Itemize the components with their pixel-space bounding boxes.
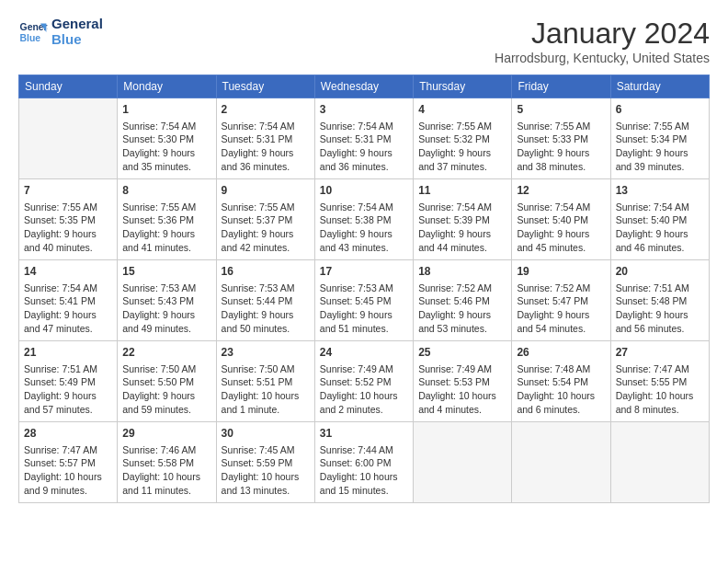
calendar-day-cell: 11Sunrise: 7:54 AM Sunset: 5:39 PM Dayli… bbox=[414, 179, 512, 260]
day-number: 16 bbox=[222, 264, 310, 280]
calendar-day-cell: 20Sunrise: 7:51 AM Sunset: 5:48 PM Dayli… bbox=[610, 260, 709, 341]
day-number: 17 bbox=[320, 264, 408, 280]
calendar-week-row: 7Sunrise: 7:55 AM Sunset: 5:35 PM Daylig… bbox=[19, 179, 710, 260]
day-number: 1 bbox=[122, 102, 210, 118]
day-number: 24 bbox=[320, 345, 408, 361]
calendar-day-cell: 23Sunrise: 7:50 AM Sunset: 5:51 PM Dayli… bbox=[216, 341, 314, 422]
calendar-day-cell: 14Sunrise: 7:54 AM Sunset: 5:41 PM Dayli… bbox=[19, 260, 118, 341]
calendar-body: 1Sunrise: 7:54 AM Sunset: 5:30 PM Daylig… bbox=[19, 98, 710, 503]
day-info: Sunrise: 7:54 AM Sunset: 5:41 PM Dayligh… bbox=[24, 282, 112, 336]
calendar-day-header: Tuesday bbox=[216, 75, 314, 98]
day-info: Sunrise: 7:53 AM Sunset: 5:45 PM Dayligh… bbox=[320, 282, 408, 336]
day-info: Sunrise: 7:54 AM Sunset: 5:39 PM Dayligh… bbox=[418, 201, 506, 255]
day-info: Sunrise: 7:55 AM Sunset: 5:32 PM Dayligh… bbox=[418, 120, 506, 174]
calendar-day-cell: 2Sunrise: 7:54 AM Sunset: 5:31 PM Daylig… bbox=[216, 98, 314, 179]
calendar-day-cell: 10Sunrise: 7:54 AM Sunset: 5:38 PM Dayli… bbox=[314, 179, 413, 260]
calendar-day-cell: 7Sunrise: 7:55 AM Sunset: 5:35 PM Daylig… bbox=[19, 179, 118, 260]
day-number: 8 bbox=[122, 183, 210, 199]
day-info: Sunrise: 7:52 AM Sunset: 5:46 PM Dayligh… bbox=[418, 282, 506, 336]
calendar-day-cell: 18Sunrise: 7:52 AM Sunset: 5:46 PM Dayli… bbox=[414, 260, 512, 341]
calendar-week-row: 14Sunrise: 7:54 AM Sunset: 5:41 PM Dayli… bbox=[19, 260, 710, 341]
calendar-day-cell: 30Sunrise: 7:45 AM Sunset: 5:59 PM Dayli… bbox=[216, 422, 314, 503]
day-info: Sunrise: 7:44 AM Sunset: 6:00 PM Dayligh… bbox=[320, 443, 408, 498]
day-number: 3 bbox=[320, 102, 408, 118]
calendar-day-cell: 21Sunrise: 7:51 AM Sunset: 5:49 PM Dayli… bbox=[19, 341, 118, 422]
day-info: Sunrise: 7:46 AM Sunset: 5:58 PM Dayligh… bbox=[122, 443, 210, 498]
day-info: Sunrise: 7:45 AM Sunset: 5:59 PM Dayligh… bbox=[222, 443, 310, 498]
calendar-day-cell: 1Sunrise: 7:54 AM Sunset: 5:30 PM Daylig… bbox=[118, 98, 216, 179]
calendar-day-cell: 15Sunrise: 7:53 AM Sunset: 5:43 PM Dayli… bbox=[118, 260, 216, 341]
day-number: 18 bbox=[418, 264, 506, 280]
calendar-day-cell: 22Sunrise: 7:50 AM Sunset: 5:50 PM Dayli… bbox=[118, 341, 216, 422]
day-number: 14 bbox=[24, 264, 112, 280]
title-block: January 2024 Harrodsburg, Kentucky, Unit… bbox=[495, 17, 710, 65]
calendar-day-header: Thursday bbox=[414, 75, 512, 98]
calendar-day-cell bbox=[414, 422, 512, 503]
calendar-day-cell: 12Sunrise: 7:54 AM Sunset: 5:40 PM Dayli… bbox=[512, 179, 610, 260]
calendar-day-cell: 13Sunrise: 7:54 AM Sunset: 5:40 PM Dayli… bbox=[610, 179, 709, 260]
calendar-day-header: Saturday bbox=[610, 75, 709, 98]
calendar-day-cell: 29Sunrise: 7:46 AM Sunset: 5:58 PM Dayli… bbox=[118, 422, 216, 503]
day-info: Sunrise: 7:55 AM Sunset: 5:37 PM Dayligh… bbox=[222, 201, 310, 255]
logo-general: General bbox=[51, 17, 103, 32]
day-number: 12 bbox=[517, 183, 605, 199]
logo: General Blue General Blue bbox=[18, 17, 103, 47]
calendar-week-row: 21Sunrise: 7:51 AM Sunset: 5:49 PM Dayli… bbox=[19, 341, 710, 422]
calendar-day-cell: 27Sunrise: 7:47 AM Sunset: 5:55 PM Dayli… bbox=[610, 341, 709, 422]
calendar-day-cell: 24Sunrise: 7:49 AM Sunset: 5:52 PM Dayli… bbox=[314, 341, 413, 422]
day-info: Sunrise: 7:53 AM Sunset: 5:43 PM Dayligh… bbox=[122, 282, 210, 336]
calendar-week-row: 28Sunrise: 7:47 AM Sunset: 5:57 PM Dayli… bbox=[19, 422, 710, 503]
day-info: Sunrise: 7:47 AM Sunset: 5:55 PM Dayligh… bbox=[616, 362, 704, 417]
calendar-day-cell: 16Sunrise: 7:53 AM Sunset: 5:44 PM Dayli… bbox=[216, 260, 314, 341]
day-number: 2 bbox=[222, 102, 310, 118]
calendar-day-header: Monday bbox=[118, 75, 216, 98]
day-info: Sunrise: 7:49 AM Sunset: 5:53 PM Dayligh… bbox=[418, 362, 506, 417]
calendar-day-cell: 5Sunrise: 7:55 AM Sunset: 5:33 PM Daylig… bbox=[512, 98, 610, 179]
calendar-header-row: SundayMondayTuesdayWednesdayThursdayFrid… bbox=[19, 75, 710, 98]
day-number: 21 bbox=[24, 345, 112, 361]
day-number: 22 bbox=[122, 345, 210, 361]
calendar-day-header: Wednesday bbox=[314, 75, 413, 98]
calendar-day-cell: 31Sunrise: 7:44 AM Sunset: 6:00 PM Dayli… bbox=[314, 422, 413, 503]
calendar-day-cell: 9Sunrise: 7:55 AM Sunset: 5:37 PM Daylig… bbox=[216, 179, 314, 260]
calendar-day-header: Friday bbox=[512, 75, 610, 98]
day-number: 26 bbox=[517, 345, 605, 361]
day-info: Sunrise: 7:55 AM Sunset: 5:34 PM Dayligh… bbox=[616, 120, 704, 174]
day-info: Sunrise: 7:51 AM Sunset: 5:49 PM Dayligh… bbox=[24, 362, 112, 417]
day-info: Sunrise: 7:49 AM Sunset: 5:52 PM Dayligh… bbox=[320, 362, 408, 417]
day-number: 20 bbox=[616, 264, 704, 280]
day-number: 29 bbox=[122, 426, 210, 442]
day-info: Sunrise: 7:54 AM Sunset: 5:40 PM Dayligh… bbox=[517, 201, 605, 255]
calendar-day-cell: 25Sunrise: 7:49 AM Sunset: 5:53 PM Dayli… bbox=[414, 341, 512, 422]
day-info: Sunrise: 7:52 AM Sunset: 5:47 PM Dayligh… bbox=[517, 282, 605, 336]
calendar-header: SundayMondayTuesdayWednesdayThursdayFrid… bbox=[19, 75, 710, 98]
day-info: Sunrise: 7:50 AM Sunset: 5:50 PM Dayligh… bbox=[122, 362, 210, 417]
day-number: 27 bbox=[616, 345, 704, 361]
day-number: 4 bbox=[418, 102, 506, 118]
day-info: Sunrise: 7:54 AM Sunset: 5:30 PM Dayligh… bbox=[122, 120, 210, 174]
calendar-day-cell: 19Sunrise: 7:52 AM Sunset: 5:47 PM Dayli… bbox=[512, 260, 610, 341]
calendar-day-header: Sunday bbox=[19, 75, 118, 98]
day-number: 30 bbox=[222, 426, 310, 442]
calendar-day-cell bbox=[512, 422, 610, 503]
day-info: Sunrise: 7:54 AM Sunset: 5:31 PM Dayligh… bbox=[320, 120, 408, 174]
day-number: 11 bbox=[418, 183, 506, 199]
page: General Blue General Blue January 2024 H… bbox=[0, 0, 728, 563]
day-number: 31 bbox=[320, 426, 408, 442]
day-info: Sunrise: 7:55 AM Sunset: 5:33 PM Dayligh… bbox=[517, 120, 605, 174]
day-info: Sunrise: 7:54 AM Sunset: 5:38 PM Dayligh… bbox=[320, 201, 408, 255]
calendar-table: SundayMondayTuesdayWednesdayThursdayFrid… bbox=[18, 75, 710, 503]
day-info: Sunrise: 7:50 AM Sunset: 5:51 PM Dayligh… bbox=[222, 362, 310, 417]
day-info: Sunrise: 7:47 AM Sunset: 5:57 PM Dayligh… bbox=[24, 443, 112, 498]
day-number: 25 bbox=[418, 345, 506, 361]
calendar-day-cell: 28Sunrise: 7:47 AM Sunset: 5:57 PM Dayli… bbox=[19, 422, 118, 503]
day-info: Sunrise: 7:54 AM Sunset: 5:40 PM Dayligh… bbox=[616, 201, 704, 255]
calendar-week-row: 1Sunrise: 7:54 AM Sunset: 5:30 PM Daylig… bbox=[19, 98, 710, 179]
day-number: 10 bbox=[320, 183, 408, 199]
day-number: 7 bbox=[24, 183, 112, 199]
day-info: Sunrise: 7:55 AM Sunset: 5:35 PM Dayligh… bbox=[24, 201, 112, 255]
header: General Blue General Blue January 2024 H… bbox=[18, 17, 710, 65]
calendar-day-cell: 26Sunrise: 7:48 AM Sunset: 5:54 PM Dayli… bbox=[512, 341, 610, 422]
calendar-day-cell: 3Sunrise: 7:54 AM Sunset: 5:31 PM Daylig… bbox=[314, 98, 413, 179]
svg-text:Blue: Blue bbox=[20, 32, 41, 42]
